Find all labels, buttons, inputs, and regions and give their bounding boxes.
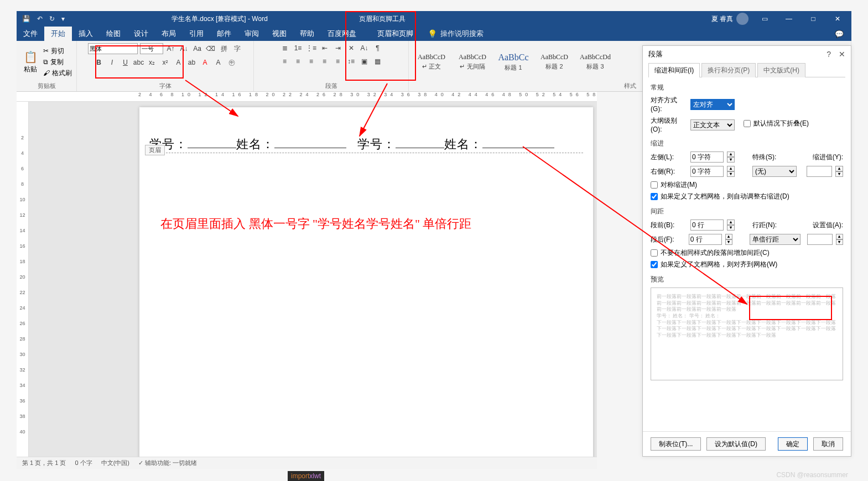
style-item[interactable]: AaBbCc标题 1 xyxy=(495,51,532,73)
underline-icon[interactable]: U xyxy=(120,57,131,67)
highlight-icon[interactable]: ab xyxy=(186,57,197,67)
tab-view[interactable]: 视图 xyxy=(266,27,293,41)
spin-down-icon[interactable]: ▾ xyxy=(835,171,843,177)
save-icon[interactable]: 💾 xyxy=(22,15,30,23)
right-indent-input[interactable] xyxy=(690,166,724,177)
maximize-icon[interactable]: □ xyxy=(805,15,822,23)
change-case-icon[interactable]: Aa xyxy=(192,44,203,54)
status-words[interactable]: 0 个字 xyxy=(75,459,92,467)
show-marks-icon[interactable]: ¶ xyxy=(372,43,383,53)
subscript-icon[interactable]: x₂ xyxy=(147,57,158,67)
decrease-font-icon[interactable]: A↓ xyxy=(179,44,190,54)
style-item[interactable]: AaBbCcDd标题 3 xyxy=(577,52,614,72)
ribbon-options-icon[interactable]: ▭ xyxy=(756,15,773,23)
spin-down-icon[interactable]: ▾ xyxy=(727,225,735,231)
spin-up-icon[interactable]: ▴ xyxy=(835,166,843,171)
vertical-ruler[interactable]: 246810121416182022242628303234363840 xyxy=(17,102,29,457)
sort-icon[interactable]: A↓ xyxy=(359,43,370,53)
paste-button[interactable]: 📋 粘贴 xyxy=(21,50,40,74)
tab-references[interactable]: 引用 xyxy=(183,27,210,41)
cancel-button[interactable]: 取消 xyxy=(813,437,843,451)
dialog-tab-asian[interactable]: 中文版式(H) xyxy=(757,63,805,77)
spin-down-icon[interactable]: ▾ xyxy=(727,171,735,177)
spin-down-icon[interactable]: ▾ xyxy=(725,239,732,245)
nosame-checkbox[interactable] xyxy=(651,249,658,257)
font-family-select[interactable] xyxy=(88,43,138,54)
qat-more-icon[interactable]: ▾ xyxy=(61,15,65,23)
tab-header-footer[interactable]: 页眉和页脚 xyxy=(371,27,420,41)
alignment-select[interactable]: 左对齐 xyxy=(690,99,735,110)
minimize-icon[interactable]: — xyxy=(781,15,797,23)
justify-icon[interactable]: ≡ xyxy=(319,56,330,66)
indent-value-input[interactable] xyxy=(807,166,832,177)
before-input[interactable] xyxy=(690,219,724,231)
align-right-icon[interactable]: ≡ xyxy=(306,56,317,66)
spin-up-icon[interactable]: ▴ xyxy=(725,234,732,239)
distribute-icon[interactable]: ≡ xyxy=(332,56,344,66)
shading-icon[interactable]: ▣ xyxy=(359,56,370,66)
tab-layout[interactable]: 布局 xyxy=(155,27,183,41)
spin-down-icon[interactable]: ▾ xyxy=(727,157,735,163)
grid-align-checkbox[interactable] xyxy=(651,261,658,268)
multilevel-icon[interactable]: ⋮≡ xyxy=(306,43,317,53)
align-left-icon[interactable]: ≡ xyxy=(279,56,290,66)
italic-icon[interactable]: I xyxy=(107,57,118,67)
tab-baidu[interactable]: 百度网盘 xyxy=(321,27,363,41)
char-border-icon[interactable]: 字 xyxy=(232,44,243,54)
tab-insert[interactable]: 插入 xyxy=(72,27,100,41)
tab-help[interactable]: 帮助 xyxy=(293,27,321,41)
grid-indent-checkbox[interactable] xyxy=(651,193,658,200)
status-a11y[interactable]: ✓ 辅助功能: 一切就绪 xyxy=(138,459,197,467)
spin-up-icon[interactable]: ▴ xyxy=(727,166,735,171)
asian-layout-icon[interactable]: ✕ xyxy=(346,43,357,53)
increase-indent-icon[interactable]: ⇥ xyxy=(332,43,344,53)
left-indent-input[interactable] xyxy=(690,151,724,163)
header-content[interactable]: 学号： 姓名： 学号： 姓名： xyxy=(149,136,583,153)
align-center-icon[interactable]: ≡ xyxy=(293,56,304,66)
close-icon[interactable]: ✕ xyxy=(829,15,846,23)
dialog-tab-pagination[interactable]: 换行和分页(P) xyxy=(701,63,756,77)
strike-icon[interactable]: abc xyxy=(133,57,144,67)
tabstops-button[interactable]: 制表位(T)... xyxy=(651,437,701,451)
setat-input[interactable] xyxy=(807,234,833,245)
char-shading-icon[interactable]: A xyxy=(213,57,224,67)
bullets-icon[interactable]: ≣ xyxy=(279,43,290,53)
user-account[interactable]: 夏 睿真 xyxy=(711,13,749,25)
copy-button[interactable]: ⧉复制 xyxy=(43,57,72,67)
spin-up-icon[interactable]: ▴ xyxy=(836,234,843,239)
numbering-icon[interactable]: 1≡ xyxy=(293,43,304,53)
format-painter-button[interactable]: 🖌格式刷 xyxy=(43,69,72,78)
borders-icon[interactable]: ▦ xyxy=(372,56,383,66)
mirror-checkbox[interactable] xyxy=(651,181,658,189)
spin-up-icon[interactable]: ▴ xyxy=(727,219,735,225)
status-page[interactable]: 第 1 页，共 1 页 xyxy=(22,459,66,467)
cut-button[interactable]: ✂剪切 xyxy=(43,46,72,56)
dialog-help-icon[interactable]: ? xyxy=(827,50,831,59)
style-item[interactable]: AaBbCcD标题 2 xyxy=(536,52,573,72)
tab-home[interactable]: 开始 xyxy=(44,27,72,41)
dialog-tab-indent[interactable]: 缩进和间距(I) xyxy=(648,63,700,77)
font-size-select[interactable] xyxy=(140,43,163,54)
spin-down-icon[interactable]: ▾ xyxy=(836,239,843,245)
font-color-icon[interactable]: A xyxy=(200,57,211,67)
ok-button[interactable]: 确定 xyxy=(778,437,808,451)
set-default-button[interactable]: 设为默认值(D) xyxy=(706,437,766,451)
enclose-char-icon[interactable]: ㊥ xyxy=(226,57,237,67)
style-item[interactable]: AaBbCcD↵ 无间隔 xyxy=(454,52,491,72)
phonetic-icon[interactable]: 拼 xyxy=(219,44,230,54)
tell-me[interactable]: 💡 操作说明搜索 xyxy=(428,29,484,39)
outline-select[interactable]: 正文文本 xyxy=(690,119,735,130)
spin-up-icon[interactable]: ▴ xyxy=(727,151,735,157)
clear-formatting-icon[interactable]: ⌫ xyxy=(205,44,216,54)
comments-icon[interactable]: 💬 xyxy=(835,30,851,38)
dialog-close-icon[interactable]: ✕ xyxy=(839,50,845,59)
bold-icon[interactable]: B xyxy=(93,57,105,67)
tab-review[interactable]: 审阅 xyxy=(238,27,266,41)
line-spacing-select[interactable]: 单倍行距 xyxy=(750,234,800,245)
horizontal-ruler[interactable]: 2 4 6 8 10 12 14 16 18 20 22 24 26 28 30… xyxy=(17,92,597,102)
tab-design[interactable]: 设计 xyxy=(127,27,155,41)
special-select[interactable]: (无) xyxy=(752,166,797,177)
after-input[interactable] xyxy=(689,234,722,245)
line-spacing-icon[interactable]: ↕≡ xyxy=(346,56,357,66)
collapse-checkbox[interactable] xyxy=(744,120,751,127)
